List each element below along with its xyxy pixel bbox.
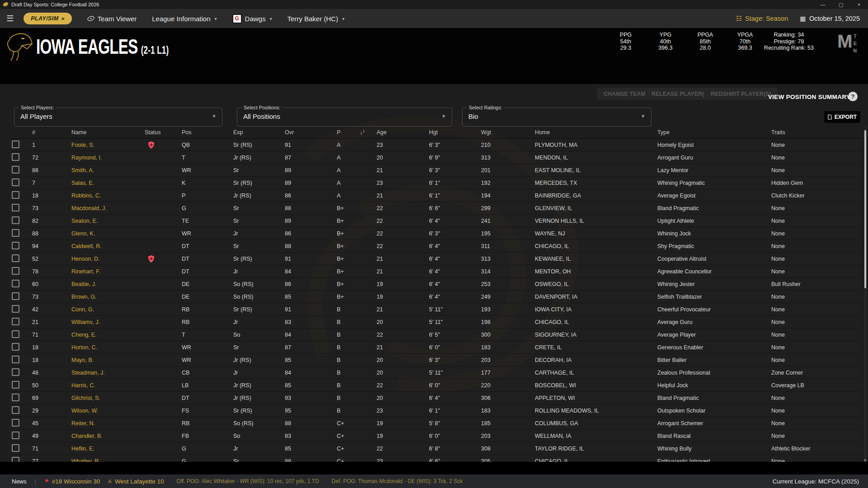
cell-player-name[interactable]: Robbins, C. <box>62 192 136 199</box>
redshirt-players-button[interactable]: REDSHIRT PLAYER(S) <box>704 88 778 100</box>
row-checkbox[interactable] <box>12 242 19 249</box>
row-checkbox[interactable] <box>12 368 19 376</box>
row-checkbox[interactable] <box>12 229 19 237</box>
row-checkbox[interactable] <box>12 191 19 199</box>
column-header-age[interactable]: Age <box>368 129 420 136</box>
column-header-type[interactable]: Type <box>648 129 762 136</box>
cell-player-name[interactable]: Seaton, E. <box>62 218 136 224</box>
score-winner[interactable]: #18 Wisconsin 30 <box>52 478 100 485</box>
row-checkbox[interactable] <box>12 305 19 313</box>
cell-player-name[interactable]: Raymond, I. <box>62 155 136 161</box>
cell-player-name[interactable]: Steadman, J. <box>62 370 136 376</box>
column-header-num[interactable]: # <box>23 129 62 136</box>
cell-player-name[interactable]: Salas, E. <box>62 180 136 186</box>
export-button[interactable]: EXPORT <box>824 111 860 123</box>
table-row[interactable]: 78 Rinehart, F. DT Jr 84 B+ 21 6' 4" 314… <box>9 265 862 278</box>
cell-player-name[interactable]: Macdonald, J. <box>62 205 136 211</box>
table-row[interactable]: 18 Mayo, B. WR Jr (RS) 85 B 20 6' 3" 203… <box>9 354 862 366</box>
column-header-status[interactable]: Status <box>136 129 173 136</box>
cell-player-name[interactable]: Heflin, E. <box>62 446 136 452</box>
row-checkbox[interactable] <box>12 406 19 414</box>
table-row[interactable]: 1 Foote, S. QB Sr (RS) 91 A 23 6' 3" 210… <box>9 139 862 151</box>
row-checkbox[interactable] <box>12 292 19 300</box>
cell-player-name[interactable]: Cheng, E. <box>62 332 136 338</box>
news-label[interactable]: News <box>12 478 27 485</box>
cell-player-name[interactable]: Reiter, N. <box>62 420 136 427</box>
row-checkbox[interactable] <box>12 444 19 452</box>
table-row[interactable]: 88 Glenn, K. WR Jr 86 B+ 22 6' 3" 195 WA… <box>9 227 862 240</box>
change-team-button[interactable]: CHANGE TEAM <box>597 88 652 100</box>
cell-player-name[interactable]: Henson, D. <box>62 256 136 262</box>
column-header-ovr[interactable]: Ovr <box>276 129 328 136</box>
row-checkbox[interactable] <box>12 419 19 427</box>
hamburger-menu-icon[interactable]: ☰ <box>6 14 14 23</box>
cell-player-name[interactable]: Gilchrist, S. <box>62 395 136 401</box>
row-checkbox[interactable] <box>12 343 19 351</box>
select-ratings-dropdown[interactable]: Select Ratings: Bio ▼ <box>462 108 651 127</box>
row-checkbox[interactable] <box>12 267 19 275</box>
column-header-exp[interactable]: Exp <box>224 129 276 136</box>
cell-player-name[interactable]: Foote, S. <box>62 142 136 148</box>
cell-player-name[interactable]: Beattie, J. <box>62 281 136 287</box>
row-checkbox[interactable] <box>12 394 19 401</box>
nav-coach-menu[interactable]: Terry Baker (HC) ▾ <box>287 15 344 23</box>
table-row[interactable]: 48 Steadman, J. CB Jr 84 B 20 5' 11" 177… <box>9 366 862 379</box>
cell-player-name[interactable]: Horton, C. <box>62 344 136 351</box>
table-row[interactable]: 86 Smith, A. WR Sr 89 A 21 6' 3" 201 EAS… <box>9 164 862 177</box>
table-row[interactable]: 60 Beattie, J. DE So (RS) 86 B+ 19 6' 4"… <box>9 278 862 291</box>
view-position-summary-button[interactable]: VIEW POSITION SUMMARY <box>768 94 850 100</box>
column-header-wgt[interactable]: Wgt <box>472 129 526 136</box>
table-row[interactable]: 72 Raymond, I. T Jr (RS) 87 A 20 6' 9" 3… <box>9 151 862 164</box>
play-sim-button[interactable]: PLAY/SIM » <box>24 13 72 24</box>
column-header-name[interactable]: Name <box>62 129 136 136</box>
cell-player-name[interactable]: Smith, A. <box>62 167 136 174</box>
table-row[interactable]: 94 Caldwell, R. DT Sr 88 B+ 22 6' 4" 311… <box>9 240 862 253</box>
scrollbar-down-arrow[interactable]: ▼ <box>863 458 867 463</box>
cell-player-name[interactable]: Whatley, R. <box>62 458 136 462</box>
table-row[interactable]: 52 Henson, D. DT Sr (RS) 91 B+ 21 6' 4" … <box>9 253 862 265</box>
cell-player-name[interactable]: Caldwell, R. <box>62 243 136 249</box>
row-checkbox[interactable] <box>12 381 19 389</box>
table-row[interactable]: 50 Harris, C. LB Jr (RS) 85 B 22 6' 0" 2… <box>9 379 862 392</box>
table-row[interactable]: 7 Salas, E. K Sr (RS) 89 A 23 6' 1" 192 … <box>9 177 862 189</box>
table-scrollbar[interactable]: ▼ <box>864 127 867 462</box>
minimize-button[interactable]: — <box>814 0 832 9</box>
column-header-hgt[interactable]: Hgt <box>420 129 472 136</box>
table-row[interactable]: 42 Conn, G. RB Sr (RS) 91 B 21 5' 11" 19… <box>9 303 862 316</box>
cell-player-name[interactable]: Chandler, B. <box>62 433 136 439</box>
table-row[interactable]: 21 Williams, J. RB Jr 83 B 20 5' 11" 198… <box>9 316 862 328</box>
row-checkbox[interactable] <box>12 318 19 325</box>
cell-player-name[interactable]: Conn, G. <box>62 306 136 313</box>
row-checkbox[interactable] <box>12 280 19 287</box>
cell-player-name[interactable]: Williams, J. <box>62 319 136 325</box>
table-row[interactable]: 18 Horton, C. WR Sr 87 B 21 6' 0" 183 CR… <box>9 341 862 354</box>
table-row[interactable]: 69 Gilchrist, S. DT Jr (RS) 93 B 20 6' 4… <box>9 392 862 404</box>
cell-player-name[interactable]: Mayo, B. <box>62 357 136 363</box>
row-checkbox[interactable] <box>12 254 19 262</box>
table-row[interactable]: 49 Chandler, B. FB So 83 C+ 19 6' 0" 203… <box>9 430 862 442</box>
select-positions-dropdown[interactable]: Select Positions: All Positions ▼ <box>237 108 452 127</box>
table-row[interactable]: 45 Reiter, N. RB So (RS) 88 C+ 19 5' 8" … <box>9 417 862 430</box>
close-button[interactable]: × <box>850 0 868 9</box>
row-checkbox[interactable] <box>12 178 19 186</box>
cell-player-name[interactable]: Harris, C. <box>62 382 136 389</box>
row-checkbox[interactable] <box>12 330 19 338</box>
table-row[interactable]: 71 Heflin, E. G Jr 85 C+ 22 6' 8" 308 TA… <box>9 442 862 455</box>
row-checkbox[interactable] <box>12 457 19 462</box>
row-checkbox[interactable] <box>12 141 19 148</box>
row-checkbox[interactable] <box>12 216 19 224</box>
row-checkbox[interactable] <box>12 356 19 363</box>
maximize-button[interactable]: ▢ <box>832 0 850 9</box>
column-header-home[interactable]: Home <box>526 129 648 136</box>
nav-team-viewer[interactable]: Team Viewer <box>87 15 137 23</box>
nav-league-information[interactable]: League Information ▾ <box>152 15 217 23</box>
cell-player-name[interactable]: Glenn, K. <box>62 230 136 237</box>
table-row[interactable]: 73 Macdonald, J. G Sr 88 B+ 22 6' 6" 299… <box>9 202 862 215</box>
table-row[interactable]: 82 Seaton, E. TE Sr 89 B+ 22 6' 4" 241 V… <box>9 215 862 227</box>
row-checkbox[interactable] <box>12 432 19 439</box>
column-header-traits[interactable]: Traits <box>762 129 862 136</box>
table-row[interactable]: 77 Whatley, R. G Sr 88 C+ 23 6' 6" 305 C… <box>9 455 862 462</box>
select-players-dropdown[interactable]: Select Players: All Players ▼ <box>14 108 222 127</box>
table-row[interactable]: 71 Cheng, E. T So 84 B 22 6' 5" 300 SIGO… <box>9 328 862 341</box>
column-header-pos[interactable]: Pos <box>173 129 224 136</box>
